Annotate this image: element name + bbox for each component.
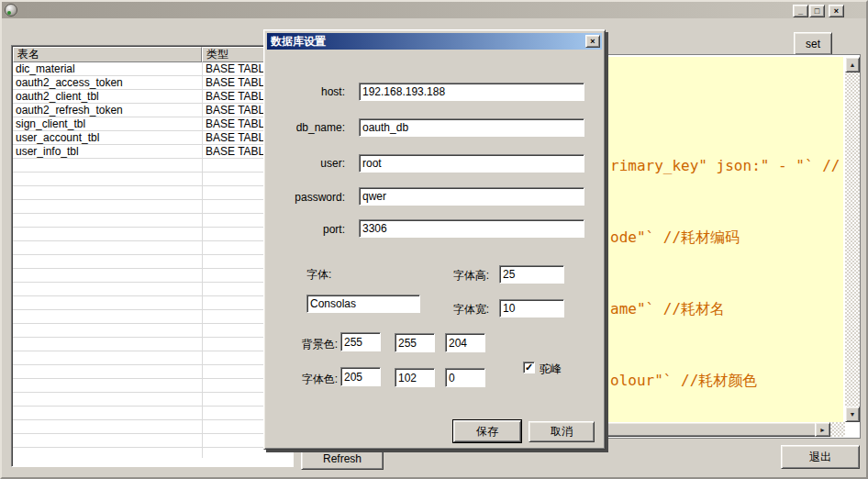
table-row[interactable]: dic_material BASE TABLE (13, 62, 292, 76)
table-list: 表名 类型 dic_material BASE TABLE oauth2_acc… (11, 45, 294, 467)
exit-button[interactable]: 退出 (781, 445, 860, 469)
table-row[interactable]: user_info_tbl BASE TABLE (13, 145, 292, 159)
table-type: BASE TABLE (206, 76, 272, 89)
font-width-input[interactable] (499, 299, 564, 317)
table-name: oauth2_client_tbl (16, 90, 99, 103)
table-type: BASE TABLE (206, 145, 272, 158)
dialog-title: 数据库设置 (267, 34, 326, 50)
camelcase-checkbox[interactable]: ✓ (523, 362, 535, 373)
table-name: user_account_tbl (16, 131, 99, 144)
db-name-input[interactable] (359, 118, 584, 137)
save-button-outline: 保存 (452, 419, 522, 443)
font-width-label: 字体宽: (425, 302, 489, 317)
table-type: BASE TABLE (206, 131, 272, 144)
table-row[interactable]: oauth2_client_tbl BASE TABLE (13, 90, 292, 104)
vertical-scrollbar[interactable]: ▲ ▼ (845, 57, 860, 422)
user-label: user: (273, 157, 345, 170)
column-header-table-name[interactable]: 表名 (13, 47, 202, 62)
scroll-up-icon[interactable]: ▲ (845, 57, 860, 72)
bg-color-b-input[interactable] (445, 333, 485, 352)
font-color-r-input[interactable] (340, 367, 381, 386)
column-divider (202, 62, 203, 458)
code-line: olour"` //耗材颜色 (610, 369, 840, 393)
main-window: _ □ × 表名 类型 dic_material BASE TABLE oaut… (0, 0, 868, 479)
minimize-button[interactable]: _ (793, 5, 808, 17)
maximize-button[interactable]: □ (809, 5, 825, 17)
db-name-label: db_name: (273, 121, 345, 134)
cancel-button[interactable]: 取消 (529, 421, 595, 442)
dialog-close-icon[interactable]: × (585, 35, 600, 48)
table-name: dic_material (16, 62, 75, 75)
list-body: dic_material BASE TABLE oauth2_access_to… (13, 62, 292, 465)
scroll-down-icon[interactable]: ▼ (845, 407, 860, 422)
table-row[interactable]: sign_client_tbl BASE TABLE (13, 117, 292, 131)
table-row[interactable]: oauth2_access_token BASE TABLE (13, 76, 292, 90)
code-line: rimary_key" json:" - "` // (610, 154, 840, 178)
font-input[interactable] (306, 295, 420, 313)
bg-color-g-input[interactable] (395, 333, 435, 352)
code-text: rimary_key" json:" - "` // ode"` //耗材编码 … (610, 106, 840, 422)
app-icon (5, 4, 17, 17)
code-line: ame"` //耗材名 (610, 297, 840, 321)
host-label: host: (273, 85, 345, 98)
font-height-label: 字体高: (425, 268, 489, 284)
refresh-button[interactable]: Refresh (301, 448, 384, 470)
database-settings-dialog: 数据库设置 × host: db_name: user: password: p… (263, 29, 606, 450)
set-button[interactable]: set (794, 32, 832, 55)
camelcase-label: 驼峰 (540, 362, 562, 377)
close-button[interactable]: × (829, 5, 844, 17)
port-input[interactable] (359, 219, 584, 238)
table-type: BASE TABLE (206, 90, 272, 103)
table-type: BASE TABLE (206, 62, 272, 75)
user-input[interactable] (359, 154, 584, 173)
font-color-b-input[interactable] (445, 368, 485, 387)
table-name: sign_client_tbl (16, 117, 85, 130)
table-row[interactable]: user_account_tbl BASE TABLE (13, 131, 292, 145)
password-input[interactable] (359, 187, 584, 206)
table-name: oauth2_refresh_token (16, 104, 123, 117)
port-label: port: (273, 223, 345, 236)
table-name: user_info_tbl (16, 145, 79, 158)
font-height-input[interactable] (499, 265, 564, 284)
list-header: 表名 类型 (13, 47, 292, 62)
password-label: password: (273, 191, 345, 204)
font-label: 字体: (306, 267, 331, 283)
host-input[interactable] (359, 83, 584, 101)
dialog-titlebar[interactable]: 数据库设置 × (267, 33, 602, 50)
scroll-right-icon[interactable]: ► (815, 422, 830, 437)
table-type: BASE TABLE (206, 104, 272, 117)
table-name: oauth2_access_token (16, 76, 123, 89)
titlebar[interactable]: _ □ × (2, 2, 866, 18)
font-color-g-input[interactable] (395, 368, 435, 387)
table-row[interactable]: oauth2_refresh_token BASE TABLE (13, 104, 292, 117)
table-type: BASE TABLE (206, 117, 272, 130)
bg-color-label: 背景色: (283, 337, 338, 352)
font-color-label: 字体色: (283, 372, 338, 387)
save-button[interactable]: 保存 (453, 420, 521, 442)
list-hscroll-area[interactable] (13, 458, 292, 465)
bg-color-r-input[interactable] (340, 332, 381, 351)
code-line: ode"` //耗材编码 (610, 226, 840, 250)
